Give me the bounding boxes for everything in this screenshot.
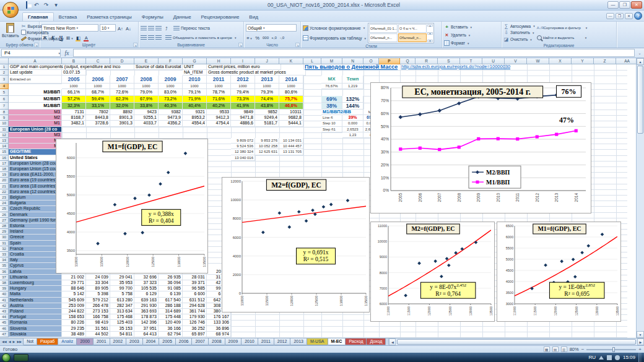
cell-H9[interactable]: 9412,3 bbox=[207, 115, 231, 121]
align-top-icon[interactable] bbox=[141, 26, 147, 30]
cell-C37[interactable]: 24 039 bbox=[86, 275, 110, 280]
align-bottom-icon[interactable] bbox=[155, 26, 162, 30]
row-header-18[interactable]: 18 bbox=[0, 166, 9, 172]
cell-G6[interactable]: 71,9% bbox=[183, 96, 207, 103]
cell-D9[interactable]: 8901,3 bbox=[110, 115, 134, 121]
name-box[interactable]: P4▾ bbox=[1, 49, 61, 57]
cell-A41[interactable]: Netherlands bbox=[9, 298, 62, 303]
cell-A29[interactable]: Ireland bbox=[9, 229, 62, 235]
row-header-42[interactable]: 42 bbox=[0, 303, 9, 309]
cell-B44[interactable]: 158 653 bbox=[62, 314, 86, 320]
shrink-font-button[interactable]: А↓ bbox=[125, 25, 132, 32]
cell-D37[interactable]: 29 041 bbox=[110, 275, 134, 280]
cell-E41[interactable]: 639 163 bbox=[134, 298, 159, 303]
cell-A26[interactable]: Denmark bbox=[9, 212, 62, 218]
vertical-scrollbar[interactable]: ▲ ▼ bbox=[636, 58, 644, 338]
cell-J15[interactable]: 12 625 631 bbox=[255, 149, 279, 155]
cell-G44[interactable]: 179 930 bbox=[183, 314, 207, 320]
ribbon-tab-Главная[interactable]: Главная bbox=[22, 12, 54, 21]
cell-A14[interactable]: М1 bbox=[9, 144, 62, 149]
alignment-dialog-launcher[interactable]: ↘ bbox=[238, 43, 243, 47]
cell-B7[interactable]: 32,3% bbox=[62, 103, 86, 110]
cell-H3[interactable]: 2011 bbox=[207, 75, 231, 84]
delete-cells-button[interactable]: ✕Удалить▾ bbox=[444, 31, 499, 39]
cell-M10[interactable]: Step 10 bbox=[321, 121, 342, 126]
find-select-button[interactable]: Найти и выделить▾ bbox=[537, 33, 588, 43]
cell-style-chip[interactable]: О б ы ч Ч... bbox=[398, 24, 427, 33]
conditional-formatting-button[interactable]: Условное форматирование▾ bbox=[303, 24, 366, 32]
chart-m2-gdp-power[interactable]: 6000700080009000100001100011000115001200… bbox=[370, 222, 495, 322]
cell-I13[interactable]: 9 809 072 bbox=[231, 138, 255, 144]
row-header-47[interactable]: 47 bbox=[0, 332, 9, 337]
column-header-N[interactable]: N bbox=[342, 58, 363, 64]
column-header-V[interactable]: V bbox=[505, 58, 527, 64]
cell-K3[interactable]: 2014 bbox=[279, 75, 303, 84]
cell-B46[interactable]: 29 235 bbox=[62, 326, 86, 332]
cell-J13[interactable]: 9 853 276 bbox=[255, 138, 279, 144]
cell-F37[interactable]: 26 935 bbox=[159, 275, 183, 280]
cell-G5[interactable]: 79,1% bbox=[183, 89, 207, 96]
orientation-button[interactable]: ⤴ bbox=[163, 25, 170, 32]
underline-button[interactable]: Ч bbox=[58, 34, 64, 41]
cell-C4[interactable]: 1000 bbox=[86, 84, 110, 89]
vertical-scroll-thumb[interactable] bbox=[637, 66, 643, 134]
cell-L1[interactable]: Пять выводов о Денежной Массе bbox=[303, 64, 396, 70]
column-header-Z[interactable]: Z bbox=[594, 58, 616, 64]
cell-B38[interactable]: 29 771 bbox=[62, 280, 86, 286]
expand-formula-bar-button[interactable]: ⌄ bbox=[637, 51, 643, 55]
cell-A12[interactable]: М3 bbox=[9, 132, 62, 138]
cell-H5[interactable]: 78,7% bbox=[207, 89, 231, 96]
cell-E1[interactable]: Source of data Eurostat bbox=[134, 64, 183, 70]
font-name-combo[interactable]: Times New Rom▾ bbox=[41, 24, 98, 32]
ribbon-tab-Разметка страницы[interactable]: Разметка страницы bbox=[82, 13, 137, 21]
cell-J4[interactable]: 1000 bbox=[255, 84, 279, 89]
cell-A40[interactable]: Malta bbox=[9, 291, 62, 297]
chart-eu-monetization[interactable]: 0%10%20%30%40%50%60%70%80%20052006200720… bbox=[370, 82, 591, 213]
row-header-10[interactable]: 10 bbox=[0, 121, 9, 126]
cell-A39[interactable]: Hungary bbox=[9, 286, 62, 291]
column-header-H[interactable]: H bbox=[207, 58, 231, 64]
autosum-button[interactable]: ∑Автосумма▾ bbox=[503, 23, 535, 29]
cell-A27[interactable]: Germany (until 1990 former bbox=[9, 218, 62, 223]
sheet-tab-Доход[interactable]: Доход bbox=[366, 338, 386, 345]
sheet-tab-2011[interactable]: 2011 bbox=[258, 338, 274, 345]
cell-G43[interactable]: 361 744 bbox=[183, 309, 207, 314]
row-header-45[interactable]: 45 bbox=[0, 320, 9, 325]
horizontal-scroll-thumb[interactable] bbox=[397, 339, 636, 345]
cell-E9[interactable]: 9255,1 bbox=[134, 115, 159, 121]
ribbon-tab-Рецензирование[interactable]: Рецензирование bbox=[196, 13, 245, 21]
row-header-37[interactable]: 37 bbox=[0, 275, 9, 280]
column-header-G[interactable]: G bbox=[183, 58, 207, 64]
row-header-24[interactable]: 24 bbox=[0, 200, 9, 206]
row-header-5[interactable]: 5 bbox=[0, 89, 9, 96]
cell-A18[interactable]: European Union (15 countries) bbox=[9, 166, 62, 172]
cell-C43[interactable]: 273 153 bbox=[86, 309, 110, 314]
column-header-S[interactable]: S bbox=[438, 58, 460, 64]
cell-style-chip[interactable]: Обычный_п... bbox=[369, 33, 398, 42]
cell-C5[interactable]: 68,7% bbox=[86, 89, 110, 96]
cell-A43[interactable]: Poland bbox=[9, 309, 62, 314]
cell-B8[interactable]: 7131 bbox=[62, 110, 86, 115]
chart-m2-gdp-linear[interactable]: 0200040006000800010000120001100011500120… bbox=[222, 177, 370, 312]
cell-M6[interactable]: 69% bbox=[321, 96, 342, 103]
cell-G42[interactable]: 294 628 bbox=[183, 303, 207, 309]
row-header-22[interactable]: 22 bbox=[0, 189, 9, 195]
borders-button[interactable]: ⊞▾ bbox=[66, 34, 74, 41]
cell-B5[interactable]: 66,1% bbox=[62, 89, 86, 96]
cell-H45[interactable]: 133 306 bbox=[207, 320, 231, 325]
cell-F41[interactable]: 617 540 bbox=[159, 298, 183, 303]
cell-B3[interactable]: 2005 bbox=[62, 75, 86, 84]
cell-H1[interactable]: Current prices, million euro bbox=[207, 64, 281, 70]
cell-G7[interactable]: 40,4% bbox=[183, 103, 207, 110]
cell-K5[interactable]: 80,6% bbox=[279, 89, 303, 96]
scroll-left-button[interactable]: ◀ bbox=[389, 338, 396, 345]
workbook-close-button[interactable]: ✕ bbox=[625, 13, 633, 19]
cell-A35[interactable]: Cyprus bbox=[9, 263, 62, 269]
cell-I10[interactable]: 4886,6 bbox=[231, 121, 255, 126]
row-header-15[interactable]: 15 bbox=[0, 149, 9, 155]
cell-style-chip[interactable]: Обычный_01-1... bbox=[369, 24, 398, 33]
cell-F7[interactable]: 40,3% bbox=[159, 103, 183, 110]
cell-A8[interactable]: М3 bbox=[9, 110, 62, 115]
cell-J6[interactable]: 74,4% bbox=[255, 96, 279, 103]
row-header-30[interactable]: 30 bbox=[0, 235, 9, 240]
